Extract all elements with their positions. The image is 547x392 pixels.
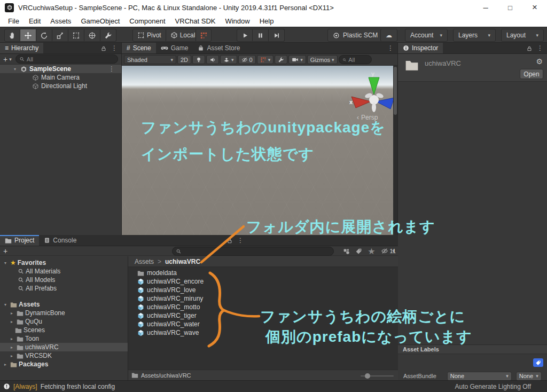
tab-asset-store[interactable]: Asset Store bbox=[193, 43, 245, 53]
maximize-button[interactable]: □ bbox=[498, 0, 522, 15]
play-button[interactable] bbox=[237, 29, 253, 42]
console-status-message[interactable]: [Always] Fetching fresh local config bbox=[0, 383, 115, 390]
close-button[interactable]: × bbox=[522, 0, 547, 15]
scene-search-input[interactable] bbox=[348, 57, 368, 63]
asset-uchiwavrc-water[interactable]: uchiwaVRC_water bbox=[128, 320, 398, 328]
step-button[interactable] bbox=[269, 29, 285, 42]
hierarchy-search[interactable] bbox=[15, 54, 118, 64]
tree-packages[interactable]: ▸Packages bbox=[0, 360, 128, 369]
favorites-star-button[interactable]: ★ bbox=[368, 246, 375, 256]
asset-modeldata[interactable]: modeldata bbox=[128, 269, 398, 277]
asset-uchiwavrc-wave[interactable]: uchiwaVRC_wave bbox=[128, 328, 398, 337]
menu-vrchat-sdk[interactable]: VRChat SDK bbox=[170, 15, 221, 27]
create-button[interactable]: + bbox=[3, 55, 7, 64]
transform-tool-button[interactable] bbox=[84, 29, 100, 42]
scene-search[interactable] bbox=[339, 55, 372, 64]
hidden-packages-button[interactable]: 11 bbox=[381, 247, 396, 255]
scene-scrollbar[interactable] bbox=[393, 66, 397, 235]
tree-assets[interactable]: ▾Assets bbox=[0, 300, 128, 309]
hierarchy-item-directional-light[interactable]: Directional Light bbox=[0, 82, 121, 90]
grid-snap-button[interactable] bbox=[196, 29, 212, 42]
scale-tool-button[interactable] bbox=[52, 29, 68, 42]
search-by-label-button[interactable] bbox=[355, 246, 362, 256]
create-asset-button[interactable]: + bbox=[3, 247, 7, 255]
hierarchy-item-main-camera[interactable]: Main Camera bbox=[0, 73, 121, 82]
tab-project[interactable]: Project bbox=[0, 235, 39, 246]
orientation-gizmo[interactable]: y x z bbox=[345, 69, 396, 120]
assetbundle-variant-dropdown[interactable]: None▾ bbox=[516, 372, 542, 381]
hand-tool-button[interactable] bbox=[4, 29, 20, 42]
lock-icon[interactable] bbox=[226, 236, 233, 245]
tab-inspector[interactable]: Inspector bbox=[398, 43, 443, 53]
menu-help[interactable]: Help bbox=[255, 15, 279, 27]
chevron-down-icon[interactable]: ▾ bbox=[9, 57, 12, 62]
open-button[interactable]: Open bbox=[520, 69, 543, 79]
menu-file[interactable]: File bbox=[3, 15, 24, 27]
tree-dynamicbone[interactable]: ▸DynamicBone bbox=[0, 309, 128, 317]
hidden-objects-button[interactable]: 0 bbox=[238, 55, 256, 64]
layout-dropdown[interactable]: Layout▾ bbox=[501, 29, 544, 42]
tree-vrcsdk[interactable]: ▸VRCSDK bbox=[0, 351, 128, 360]
menu-component[interactable]: Component bbox=[124, 15, 170, 27]
tree-open-icon[interactable]: ▾ bbox=[12, 67, 18, 72]
plastic-scm-button[interactable]: Plastic SCM bbox=[327, 29, 383, 42]
thumbnail-size-slider[interactable] bbox=[361, 375, 394, 377]
asset-uchiwavrc-tiger[interactable]: uchiwaVRC_tiger bbox=[128, 311, 398, 320]
hierarchy-item-samplescene[interactable]: ▾ SampleScene ⋮ bbox=[0, 65, 121, 73]
menu-gameobject[interactable]: GameObject bbox=[76, 15, 124, 27]
breadcrumb-current[interactable]: uchiwaVRC bbox=[165, 258, 200, 265]
search-by-type-button[interactable] bbox=[343, 246, 350, 256]
hierarchy-search-input[interactable] bbox=[27, 56, 114, 62]
pivot-toggle-button[interactable]: Pivot bbox=[132, 29, 166, 42]
tab-console[interactable]: Console bbox=[39, 235, 81, 246]
menu-assets[interactable]: Assets bbox=[45, 15, 76, 27]
2d-toggle-button[interactable]: 2D bbox=[177, 55, 191, 64]
panel-menu-button[interactable]: ⋮ bbox=[387, 44, 394, 52]
asset-uchiwavrc-motto[interactable]: uchiwaVRC_motto bbox=[128, 303, 398, 311]
tab-game[interactable]: Game bbox=[156, 43, 193, 53]
panel-menu-button[interactable]: ⋮ bbox=[537, 44, 543, 52]
lock-icon[interactable] bbox=[100, 43, 107, 53]
tree-all-prefabs[interactable]: All Prefabs bbox=[0, 284, 128, 293]
asset-label-tag-button[interactable] bbox=[533, 358, 543, 367]
camera-settings-dropdown[interactable]: ▾ bbox=[288, 55, 306, 64]
perspective-toggle[interactable]: ‹ Persp bbox=[357, 114, 378, 121]
rotate-tool-button[interactable] bbox=[36, 29, 52, 42]
project-search-input[interactable] bbox=[183, 248, 330, 255]
lock-icon[interactable] bbox=[526, 43, 533, 53]
minimize-button[interactable]: ─ bbox=[473, 0, 498, 15]
scene-audio-button[interactable] bbox=[206, 55, 219, 64]
menu-edit[interactable]: Edit bbox=[24, 15, 45, 27]
move-tool-button[interactable] bbox=[20, 29, 36, 42]
panel-menu-button[interactable]: ⋮ bbox=[111, 44, 118, 52]
tree-all-materials[interactable]: All Materials bbox=[0, 267, 128, 276]
custom-tool-button[interactable] bbox=[100, 29, 116, 42]
assetbundle-dropdown[interactable]: None▾ bbox=[447, 372, 512, 381]
tab-scene[interactable]: # Scene bbox=[122, 43, 156, 53]
account-dropdown[interactable]: Account▾ bbox=[405, 29, 448, 42]
gizmos-dropdown[interactable]: Gizmos▾ bbox=[307, 55, 338, 64]
scene-options-button[interactable]: ⋮ bbox=[108, 65, 115, 73]
menu-window[interactable]: Window bbox=[220, 15, 254, 27]
asset-uchiwavrc-encore[interactable]: uchiwaVRC_encore bbox=[128, 277, 398, 286]
tab-hierarchy[interactable]: ≡ Hierarchy bbox=[0, 43, 43, 53]
breadcrumb-assets[interactable]: Assets bbox=[135, 258, 154, 265]
layers-dropdown[interactable]: Layers▾ bbox=[453, 29, 496, 42]
scene-viewport[interactable]: y x z ‹ Persp bbox=[122, 66, 397, 235]
tree-favorites[interactable]: ▾★Favorites bbox=[0, 258, 128, 267]
tree-ququ[interactable]: ▸QuQu bbox=[0, 317, 128, 326]
panel-menu-button[interactable]: ⋮ bbox=[237, 237, 244, 244]
scene-tools-button[interactable] bbox=[275, 55, 287, 64]
tree-scenes[interactable]: Scenes bbox=[0, 326, 128, 334]
tree-all-models[interactable]: All Models bbox=[0, 276, 128, 284]
slider-knob[interactable] bbox=[365, 373, 370, 379]
tree-uchiwavrc[interactable]: ▸uchiwaVRC bbox=[0, 343, 128, 351]
effects-dropdown[interactable]: ▾ bbox=[220, 55, 237, 64]
tree-toon[interactable]: ▸Toon bbox=[0, 334, 128, 343]
gear-icon[interactable]: ⚙ bbox=[536, 57, 543, 66]
asset-uchiwavrc-miruny[interactable]: uchiwaVRC_miruny bbox=[128, 294, 398, 303]
pause-button[interactable] bbox=[253, 29, 269, 42]
shading-mode-dropdown[interactable]: Shaded▾ bbox=[124, 55, 176, 64]
rect-tool-button[interactable] bbox=[68, 29, 84, 42]
asset-uchiwavrc-love[interactable]: uchiwaVRC_love bbox=[128, 286, 398, 294]
